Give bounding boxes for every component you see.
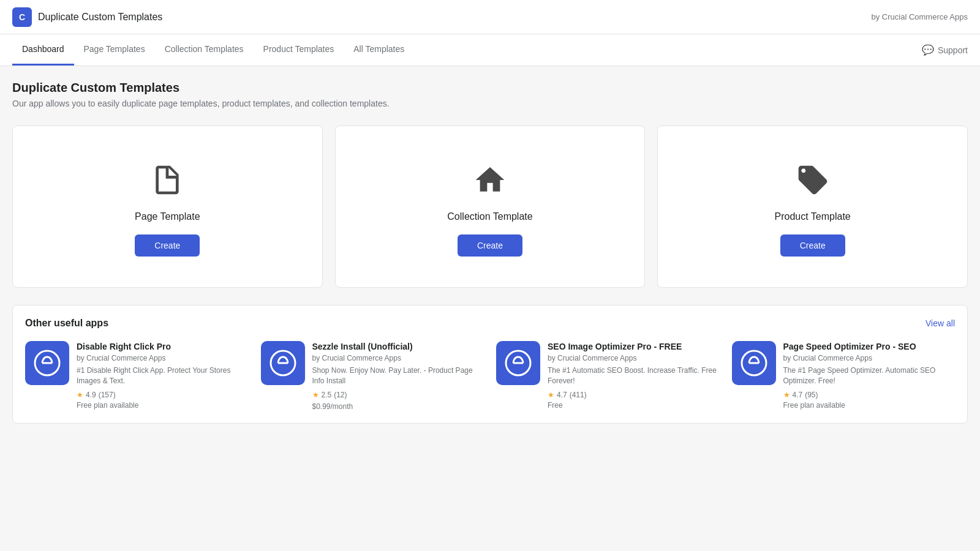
star-icon: ★ <box>783 391 790 399</box>
main-content: Duplicate Custom Templates Our app allow… <box>0 66 980 438</box>
app-name-seo-image-optimizer: SEO Image Optimizer Pro - FREE <box>548 341 720 352</box>
rating-value: 4.9 <box>86 391 96 399</box>
page-template-name: Page Template <box>135 211 200 222</box>
app-plan-seo-image-optimizer: Free <box>548 401 720 410</box>
apps-section: Other useful apps View all Disable Rig <box>12 305 968 424</box>
app-author-page-speed-optimizer: by Crucial Commerce Apps <box>783 354 956 362</box>
apps-section-title: Other useful apps <box>25 318 108 329</box>
app-name-disable-right-click: Disable Right Click Pro <box>77 341 249 352</box>
review-count: (12) <box>334 391 347 399</box>
app-rating-page-speed-optimizer: ★ 4.7 (95) <box>783 391 956 399</box>
app-info-sezzle-install: Sezzle Install (Unofficial) by Crucial C… <box>312 341 484 411</box>
app-name-sezzle-install: Sezzle Install (Unofficial) <box>312 341 484 352</box>
app-rating-disable-right-click: ★ 4.9 (157) <box>77 391 249 399</box>
app-card-seo-image-optimizer: SEO Image Optimizer Pro - FREE by Crucia… <box>496 341 720 411</box>
apps-grid: Disable Right Click Pro by Crucial Comme… <box>25 341 955 411</box>
review-count: (95) <box>805 391 818 399</box>
app-info-seo-image-optimizer: SEO Image Optimizer Pro - FREE by Crucia… <box>548 341 720 411</box>
rating-value: 4.7 <box>793 391 803 399</box>
app-card-page-speed-optimizer: Page Speed Optimizer Pro - SEO by Crucia… <box>732 341 956 411</box>
app-author-disable-right-click: by Crucial Commerce Apps <box>77 354 249 362</box>
star-icon: ★ <box>548 391 554 399</box>
app-author-seo-image-optimizer: by Crucial Commerce Apps <box>548 354 720 362</box>
tab-collection-templates[interactable]: Collection Templates <box>155 34 254 66</box>
app-logo-disable-right-click <box>25 341 69 385</box>
review-count: (157) <box>99 391 116 399</box>
app-info-disable-right-click: Disable Right Click Pro by Crucial Comme… <box>77 341 249 411</box>
app-desc-page-speed-optimizer: The #1 Page Speed Optimizer. Automatic S… <box>783 365 956 386</box>
support-label: Support <box>938 45 968 55</box>
top-bar: C Duplicate Custom Templates by Crucial … <box>0 0 980 34</box>
app-name-page-speed-optimizer: Page Speed Optimizer Pro - SEO <box>783 341 956 352</box>
tab-all-templates[interactable]: All Templates <box>344 34 414 66</box>
collection-template-card: Collection Template Create <box>335 126 646 288</box>
support-link[interactable]: 💬 Support <box>922 44 968 56</box>
app-price-sezzle-install: $0.99/month <box>312 402 484 411</box>
star-icon: ★ <box>77 391 83 399</box>
product-template-name: Product Template <box>775 211 851 222</box>
tab-page-templates[interactable]: Page Templates <box>74 34 155 66</box>
app-logo-sezzle-install <box>261 341 305 385</box>
app-desc-disable-right-click: #1 Disable Right Click App. Protect Your… <box>77 365 249 386</box>
page-template-create-button[interactable]: Create <box>135 234 200 257</box>
collection-template-create-button[interactable]: Create <box>458 234 522 257</box>
review-count: (411) <box>570 391 587 399</box>
nav-tabs-left: Dashboard Page Templates Collection Temp… <box>12 34 414 66</box>
product-template-icon <box>796 163 830 199</box>
app-desc-seo-image-optimizer: The #1 Automatic SEO Boost. Increase Tra… <box>548 365 720 386</box>
app-logo-seo-image-optimizer <box>496 341 540 385</box>
page-heading: Duplicate Custom Templates <box>12 81 968 95</box>
template-cards: Page Template Create Collection Template… <box>12 126 968 288</box>
top-bar-right: by Crucial Commerce Apps <box>872 12 968 21</box>
app-card-disable-right-click: Disable Right Click Pro by Crucial Comme… <box>25 341 249 411</box>
product-template-create-button[interactable]: Create <box>780 234 845 257</box>
app-plan-disable-right-click: Free plan available <box>77 401 249 410</box>
collection-template-name: Collection Template <box>447 211 532 222</box>
app-desc-sezzle-install: Shop Now. Enjoy Now. Pay Later. - Produc… <box>312 365 484 386</box>
app-rating-sezzle-install: ★ 2.5 (12) <box>312 391 484 399</box>
page-description: Our app allows you to easily duplicate p… <box>12 99 968 108</box>
rating-value: 4.7 <box>557 391 567 399</box>
app-card-sezzle-install: Sezzle Install (Unofficial) by Crucial C… <box>261 341 484 411</box>
star-icon: ★ <box>312 391 319 399</box>
tab-product-templates[interactable]: Product Templates <box>254 34 344 66</box>
page-template-icon <box>150 163 184 199</box>
app-logo-page-speed-optimizer <box>732 341 776 385</box>
apps-section-header: Other useful apps View all <box>25 318 955 329</box>
app-plan-page-speed-optimizer: Free plan available <box>783 401 956 410</box>
app-info-page-speed-optimizer: Page Speed Optimizer Pro - SEO by Crucia… <box>783 341 956 411</box>
app-rating-seo-image-optimizer: ★ 4.7 (411) <box>548 391 720 399</box>
tab-dashboard[interactable]: Dashboard <box>12 34 74 66</box>
page-title: Duplicate Custom Templates <box>12 81 968 95</box>
nav-tabs: Dashboard Page Templates Collection Temp… <box>0 34 980 66</box>
rating-value: 2.5 <box>322 391 332 399</box>
page-template-card: Page Template Create <box>12 126 323 288</box>
chat-icon: 💬 <box>922 44 934 56</box>
view-all-link[interactable]: View all <box>925 318 955 328</box>
app-author-sezzle-install: by Crucial Commerce Apps <box>312 354 484 362</box>
app-icon: C <box>12 7 32 27</box>
top-bar-left: C Duplicate Custom Templates <box>12 7 162 27</box>
collection-template-icon <box>473 163 507 199</box>
app-title: Duplicate Custom Templates <box>38 12 162 23</box>
product-template-card: Product Template Create <box>657 126 968 288</box>
